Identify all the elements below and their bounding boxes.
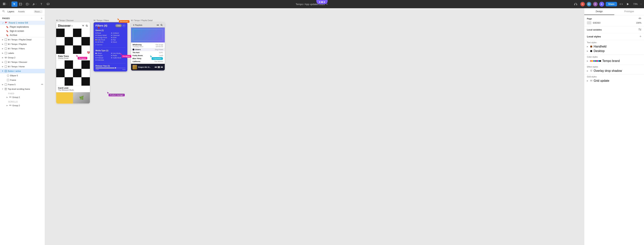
filter-dot bbox=[96, 41, 96, 43]
round-badge[interactable]: Roun... bbox=[34, 10, 42, 13]
code-button[interactable] bbox=[618, 1, 624, 7]
svg-point-69 bbox=[591, 70, 592, 71]
svg-rect-60 bbox=[158, 66, 158, 68]
layer-group2-scrolls[interactable]: ▶ Group 2 bbox=[0, 103, 45, 108]
chess-cell-15 bbox=[73, 60, 82, 69]
chess-cell-9 bbox=[56, 45, 64, 54]
designer-cursor-1: Designer bbox=[76, 55, 87, 59]
pages-add-button[interactable]: + bbox=[41, 17, 42, 20]
pages-title: Pages bbox=[2, 17, 10, 19]
page-item-1[interactable]: 🔖 Player explorations bbox=[0, 25, 45, 29]
text-style-icon-2 bbox=[590, 50, 592, 52]
tab-assets[interactable]: Assets bbox=[17, 10, 26, 13]
add-style-button[interactable]: + bbox=[639, 35, 642, 38]
clear-button[interactable]: Clear bbox=[115, 24, 122, 27]
color-seg-5 bbox=[596, 60, 598, 62]
layer-group2-fixed[interactable]: ▶ Group 2 bbox=[0, 95, 45, 99]
menu-tool[interactable] bbox=[2, 1, 8, 7]
visibility-toggle[interactable] bbox=[41, 83, 43, 86]
svg-point-56 bbox=[157, 25, 157, 25]
copywriter-badge: Copywriter bbox=[152, 57, 163, 60]
search-panel-icon bbox=[2, 10, 5, 13]
filter-dot bbox=[96, 53, 96, 54]
forward-button[interactable] bbox=[161, 66, 163, 68]
svg-rect-3 bbox=[4, 4, 5, 5]
year-slider[interactable] bbox=[96, 68, 126, 68]
zoom-control[interactable]: 73% bbox=[632, 2, 639, 6]
layer-home[interactable]: ▶ M / Tempo / Home bbox=[0, 64, 45, 69]
svg-rect-34 bbox=[5, 52, 7, 54]
track-name-playing: Sisters bbox=[135, 49, 155, 50]
local-styles-title: Local styles bbox=[587, 35, 601, 38]
close-filter-button[interactable]: ✕ bbox=[122, 24, 126, 27]
layer-labels[interactable]: ▶ Labels bbox=[0, 51, 45, 55]
tab-design[interactable]: Design bbox=[584, 8, 614, 15]
svg-rect-61 bbox=[159, 66, 160, 68]
frame-icon bbox=[4, 65, 7, 68]
playlist-footer: Dragon Mix Si... bbox=[131, 64, 165, 70]
footer-thumb-inner bbox=[132, 65, 137, 69]
back-button[interactable]: Playlists bbox=[133, 24, 142, 26]
text-tool[interactable]: T bbox=[38, 1, 44, 7]
genre-label: Ambient bbox=[113, 32, 119, 34]
effect-sun-icon bbox=[590, 69, 592, 73]
more-icon bbox=[156, 24, 159, 26]
zoom-chevron[interactable] bbox=[640, 3, 642, 5]
local-variables-icon[interactable] bbox=[638, 28, 642, 31]
genre-label: Classical bbox=[113, 34, 120, 36]
layer-ellipse5[interactable]: Ellipse 5 bbox=[0, 73, 45, 78]
layer-playlists[interactable]: ▶ M / Tempo / Playlists bbox=[0, 42, 45, 46]
page-item-3[interactable]: 🔖 Archive bbox=[0, 33, 45, 37]
layer-discover[interactable]: ▶ M / Tempo / Discover bbox=[0, 60, 45, 64]
pause-button[interactable] bbox=[158, 66, 160, 68]
style-item-desktop[interactable]: ▶ Desktop bbox=[587, 49, 642, 53]
tab-prototype[interactable]: Prototype bbox=[614, 8, 644, 15]
heart-emoji: 💖 bbox=[87, 51, 90, 54]
frame-icon bbox=[4, 52, 7, 54]
tab-layers[interactable]: Layers bbox=[6, 10, 15, 13]
chess-cell-23 bbox=[73, 77, 82, 86]
discover-frame: Discover ▾ bbox=[56, 22, 90, 103]
pen-tool[interactable] bbox=[32, 1, 38, 7]
rewind-button[interactable] bbox=[154, 66, 157, 68]
grid-item[interactable]: ▶ Grid update bbox=[587, 79, 642, 83]
layer-frame-child[interactable]: Frame bbox=[0, 78, 45, 82]
layer-label: Group 2 bbox=[12, 104, 20, 107]
layer-top-level[interactable]: ▼ Top-level scrolling frame bbox=[0, 87, 45, 91]
share-button[interactable]: Share bbox=[606, 2, 617, 6]
style-item-label-handheld: Handheld bbox=[594, 45, 606, 48]
layer-frame5[interactable]: ▶ Frame 5 bbox=[0, 82, 45, 87]
group-icon bbox=[4, 56, 7, 59]
group-icon bbox=[9, 96, 12, 99]
grid-pattern-icon bbox=[590, 79, 592, 82]
expand-icon: ▶ bbox=[587, 60, 589, 62]
shape-tool[interactable] bbox=[25, 1, 31, 7]
effect-item-shadow[interactable]: ▶ Overlay drop shadow bbox=[587, 69, 642, 73]
expand-icon: ▶ bbox=[2, 43, 4, 45]
frame-tool[interactable] bbox=[18, 1, 24, 7]
style-item-handheld[interactable]: ▶ Handheld bbox=[587, 44, 642, 49]
page-item-0[interactable]: ✓ 🚩 Round 1 review 5/8 bbox=[0, 21, 45, 25]
genre-columns: Rock Heavy Metal Grunge Rock Indie Rock … bbox=[96, 32, 126, 43]
discover-frame-label: M / Tempo / Discover bbox=[56, 19, 90, 21]
headphones-button[interactable] bbox=[573, 1, 579, 7]
layer-playlist-detail[interactable]: ▶ M / Tempo / Playlist Detail bbox=[0, 37, 45, 42]
layer-group2[interactable]: ▶ Group 2 bbox=[0, 55, 45, 60]
track2-artist: The Blossom Buds bbox=[58, 89, 88, 91]
layer-filters[interactable]: ▶ M / Tempo / Filters bbox=[0, 46, 45, 51]
page-item-2[interactable]: 🔖 Sign-in screen bbox=[0, 29, 45, 33]
page-color-swatch[interactable] bbox=[587, 21, 592, 24]
layer-button-active[interactable]: ▼ Button / active bbox=[0, 69, 45, 73]
page-visibility-icon[interactable] bbox=[638, 17, 642, 20]
comment-tool[interactable] bbox=[45, 1, 51, 7]
genre-col-right: Ambient Classical EDM Pop Disco bbox=[111, 32, 126, 43]
svg-point-63 bbox=[639, 28, 640, 29]
frame-icon bbox=[4, 47, 7, 50]
page-label-2: Sign-in screen bbox=[10, 30, 24, 32]
text-style-icon bbox=[590, 45, 592, 48]
play-button[interactable] bbox=[625, 1, 630, 7]
genre-label: Pop bbox=[113, 39, 116, 41]
color-style-tempo[interactable]: ▶ Tempo brand bbox=[587, 59, 642, 63]
scrolls-label: SCROLLS bbox=[6, 100, 20, 103]
cursor-tool[interactable] bbox=[12, 1, 18, 7]
